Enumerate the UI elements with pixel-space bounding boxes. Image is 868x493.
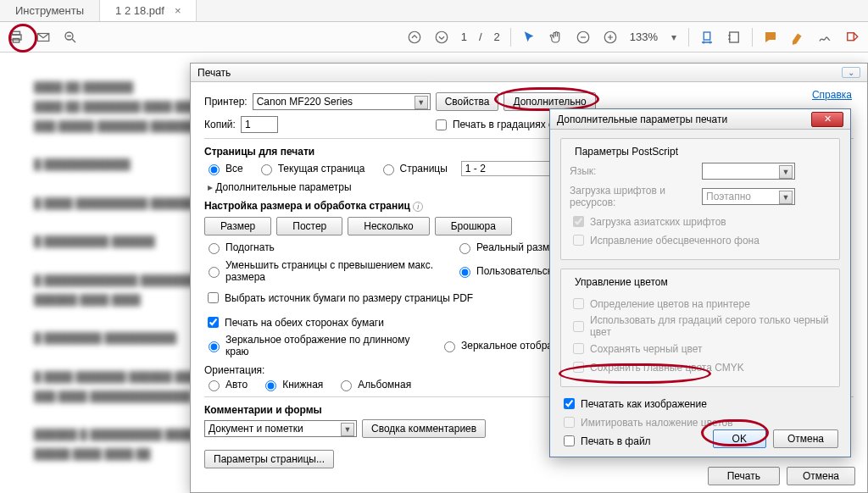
print-icon[interactable] [8, 30, 24, 45]
orient-auto-radio[interactable]: Авто [204, 378, 248, 391]
advanced-ok-button[interactable]: OK [713, 429, 766, 448]
font-load-label: Загрузка шрифтов и ресурсов: [570, 185, 697, 208]
advanced-print-dialog: Дополнительные параметры печати ✕ Параме… [549, 108, 851, 457]
color-preserveblack-checkbox: Сохранять черный цвет [570, 341, 831, 357]
copies-input[interactable] [241, 116, 278, 133]
scale-shrink-radio[interactable]: Уменьшить страницы с превышением макс. р… [204, 259, 442, 283]
svg-point-5 [409, 31, 420, 43]
close-button[interactable]: ✕ [811, 112, 843, 127]
pages-range-radio[interactable]: Страницы [379, 162, 448, 175]
collapse-icon[interactable]: ⌄ [842, 67, 860, 78]
color-group-title: Управление цветом [571, 276, 671, 288]
page-down-icon[interactable] [434, 30, 449, 45]
page-up-icon[interactable] [407, 30, 422, 45]
pages-current-radio[interactable]: Текущая страница [257, 162, 365, 175]
print-dialog-titlebar: Печать ⌄ [191, 64, 867, 82]
color-printer-checkbox: Определение цветов на принтере [570, 296, 831, 312]
bg-fix-checkbox: Исправление обесцвеченного фона [570, 232, 831, 248]
info-icon[interactable]: i [413, 202, 423, 212]
ps-lang-select [702, 163, 795, 180]
fit-width-icon[interactable] [699, 30, 715, 45]
svg-point-6 [436, 31, 448, 43]
comments-summary-button[interactable]: Сводка комментариев [362, 419, 486, 438]
help-link[interactable]: Справка [812, 89, 852, 101]
scale-fit-radio[interactable]: Подогнать [204, 241, 442, 254]
chevron-down-icon[interactable]: ▾ [670, 30, 678, 45]
cursor-icon[interactable] [521, 30, 537, 45]
ps-lang-label: Язык: [570, 165, 697, 177]
duplex-checkbox[interactable]: Печать на обеих сторонах бумаги [204, 314, 384, 330]
zoom-out-icon[interactable] [63, 30, 78, 45]
highlight-icon[interactable] [790, 30, 805, 45]
zoom-plus-icon[interactable] [603, 30, 618, 45]
asian-fonts-checkbox: Загрузка азиатских шрифтов [570, 213, 831, 230]
properties-button[interactable]: Свойства [436, 92, 499, 111]
print-dialog-title: Печать [198, 67, 231, 79]
tab-document[interactable]: 1 2 18.pdf× [100, 0, 197, 21]
page-setup-button[interactable]: Параметры страницы... [204, 450, 334, 468]
copies-label: Копий: [204, 119, 236, 130]
print-cancel-button[interactable]: Отмена [787, 467, 855, 485]
duplex-long-radio[interactable]: Зеркальное отображение по длинному краю [204, 334, 426, 357]
stamp-icon[interactable] [844, 30, 860, 45]
overprint-checkbox: Имитировать наложение цветов [560, 414, 840, 430]
zoom-minus-icon[interactable] [576, 30, 591, 45]
svg-rect-2 [13, 38, 19, 42]
advanced-dialog-titlebar: Дополнительные параметры печати ✕ [550, 109, 850, 130]
printer-select[interactable]: Canon MF220 Series [253, 93, 431, 110]
print-as-image-checkbox[interactable]: Печатать как изображение [560, 396, 840, 412]
close-icon[interactable]: × [175, 4, 181, 17]
poster-tab-button[interactable]: Постер [276, 217, 342, 235]
svg-rect-10 [730, 32, 739, 42]
mail-icon[interactable] [36, 30, 51, 45]
booklet-tab-button[interactable]: Брошюра [435, 217, 512, 235]
fit-page-icon[interactable] [726, 30, 742, 45]
orient-landscape-radio[interactable]: Альбомная [337, 378, 411, 391]
multiple-tab-button[interactable]: Несколько [348, 217, 429, 235]
tab-bar: Инструменты 1 2 18.pdf× [0, 0, 868, 22]
printer-label: Принтер: [204, 96, 248, 108]
main-toolbar: 1 / 2 133% ▾ [0, 22, 868, 53]
sign-icon[interactable] [817, 30, 832, 45]
advanced-cancel-button[interactable]: Отмена [773, 429, 838, 448]
pages-all-radio[interactable]: Все [204, 162, 243, 175]
size-tab-button[interactable]: Размер [204, 217, 271, 235]
page-total: 2 [494, 30, 500, 43]
hand-icon[interactable] [548, 30, 564, 45]
tab-tools[interactable]: Инструменты [0, 0, 100, 21]
svg-rect-9 [704, 32, 710, 40]
advanced-dialog-title: Дополнительные параметры печати [557, 114, 727, 125]
scale-actual-radio[interactable]: Реальный размер [455, 241, 561, 254]
postscript-group-title: Параметры PostScript [571, 146, 682, 158]
note-icon[interactable] [763, 30, 778, 45]
page-sep: / [479, 30, 482, 43]
svg-rect-11 [848, 32, 854, 40]
font-load-select: Поэтапно [702, 188, 795, 205]
page-current[interactable]: 1 [461, 30, 467, 43]
color-blackonly-checkbox: Использовать для градаций серого только … [570, 314, 831, 338]
orient-portrait-radio[interactable]: Книжная [261, 378, 323, 391]
comments-select[interactable]: Документ и пометки [204, 420, 357, 437]
zoom-value[interactable]: 133% [630, 30, 658, 43]
color-cmyk-checkbox: Сохранить главные цвета CMYK [570, 359, 831, 375]
print-ok-button[interactable]: Печать [708, 467, 780, 485]
paper-source-checkbox[interactable]: Выбрать источник бумаги по размеру стран… [204, 290, 473, 306]
